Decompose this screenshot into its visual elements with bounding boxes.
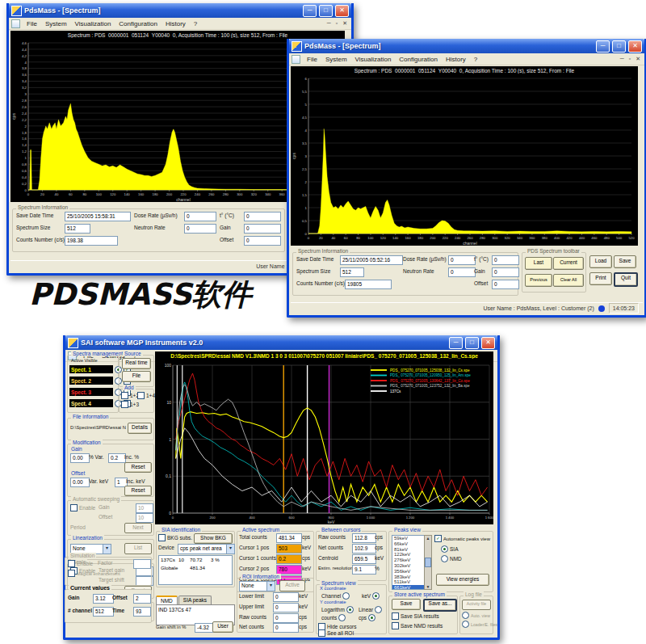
size-field[interactable]: 512: [340, 267, 364, 277]
bkg-subs-checkbox[interactable]: [158, 534, 166, 541]
w2-menu-4[interactable]: History: [442, 56, 470, 63]
mdi-window-buttons[interactable]: ─ ▫ ✕: [620, 56, 642, 62]
spectrum-chart-2[interactable]: 00,511,522,533,544,555,56020406080100120…: [291, 75, 638, 246]
scroll-thumb[interactable]: [425, 558, 431, 567]
add-1-4-checkbox[interactable]: [137, 392, 145, 399]
maximize-button[interactable]: □: [612, 40, 626, 53]
w2-menu-2[interactable]: Visualization: [351, 56, 396, 63]
save-button[interactable]: Save: [614, 255, 636, 268]
roi-select[interactable]: None: [239, 581, 275, 591]
close-button[interactable]: ✕: [481, 337, 495, 349]
nmd-radio[interactable]: [441, 555, 448, 562]
save-as-button[interactable]: Save as...: [423, 599, 457, 612]
clear-all-button[interactable]: Clear All: [553, 274, 584, 287]
add-1-2-checkbox[interactable]: [121, 392, 128, 399]
previous-button[interactable]: Previous: [525, 274, 552, 287]
peak-item-6[interactable]: 356keV: [392, 569, 425, 575]
save-nmd-checkbox[interactable]: [392, 622, 399, 629]
see-all-roi-checkbox[interactable]: [318, 629, 325, 637]
maximize-button[interactable]: □: [465, 337, 479, 349]
offset-spinner[interactable]: 0.00: [70, 478, 90, 487]
lower-limit-field[interactable]: 0: [273, 592, 299, 602]
w2-menu-1[interactable]: System: [321, 56, 351, 63]
peaks-listbox[interactable]: 59keV66keV81keV122keV276keV302keV356keV3…: [392, 535, 426, 590]
peak-item-5[interactable]: 302keV: [392, 563, 425, 569]
counts-field[interactable]: 19805: [345, 280, 392, 289]
w2-menu-3[interactable]: Configuration: [395, 56, 442, 63]
peak-item-2[interactable]: 81keV: [392, 547, 425, 553]
w1-menu-4[interactable]: History: [162, 20, 190, 27]
peaks-scrollbar[interactable]: ▲▼: [424, 535, 432, 590]
offset-field[interactable]: 0: [492, 280, 519, 289]
save-spectrum-button[interactable]: Save: [392, 599, 421, 610]
view-energies-button[interactable]: View energies: [436, 574, 489, 586]
gain-field[interactable]: 0: [492, 267, 519, 277]
sia-radio[interactable]: [441, 545, 448, 553]
offset-reset-button[interactable]: Reset: [124, 486, 152, 496]
current-button[interactable]: Current: [553, 257, 584, 270]
linear-radio[interactable]: [375, 606, 382, 613]
save-sia-checkbox[interactable]: [392, 612, 399, 620]
gain-spinner[interactable]: 0.00: [70, 453, 90, 463]
last-button[interactable]: Last: [525, 257, 552, 270]
titlebar[interactable]: SAI software MGP Instruments v2.0 ─ □ ✕: [65, 335, 497, 350]
kev-radio[interactable]: [372, 592, 380, 600]
simulation-enable-checkbox[interactable]: [68, 560, 75, 567]
peak-item-0[interactable]: 59keV: [392, 536, 425, 541]
minimize-button[interactable]: ─: [596, 40, 610, 53]
sweeping-enable-checkbox[interactable]: [70, 504, 78, 511]
w1-menu-1[interactable]: System: [41, 20, 71, 27]
peak-item-4[interactable]: 276keV: [392, 558, 425, 563]
show-bkg-button[interactable]: Show BKG: [194, 533, 233, 544]
w2-menu-0[interactable]: File: [303, 56, 321, 63]
neutron-field[interactable]: 0: [448, 267, 476, 277]
counts-field[interactable]: 198.38: [65, 236, 118, 246]
add-1-3-checkbox[interactable]: [121, 401, 128, 408]
scroll-up-icon[interactable]: ▲: [426, 536, 430, 541]
user-button[interactable]: User: [212, 621, 233, 633]
close-button[interactable]: ✕: [335, 5, 349, 17]
sia-results-list[interactable]: 137Cs1070.723 % Globale481.34: [158, 555, 233, 585]
w1-menu-3[interactable]: Configuration: [115, 20, 162, 27]
mdi-window-buttons[interactable]: ─ ▫ ✕: [327, 20, 349, 27]
gain-reset-button[interactable]: Reset: [124, 462, 152, 473]
real-time-button[interactable]: Real time: [122, 358, 151, 369]
titlebar[interactable]: PdsMass - [Spectrum] ─ □ ✕: [289, 39, 644, 53]
titlebar[interactable]: PdsMass - [Spectrum] ─ □ ✕: [9, 3, 351, 18]
minimize-button[interactable]: ─: [449, 337, 463, 349]
neutron-field[interactable]: 0: [184, 224, 216, 234]
w1-menu-0[interactable]: File: [23, 20, 41, 27]
w1-menu-5[interactable]: ?: [190, 20, 201, 27]
logarithm-radio[interactable]: [346, 606, 354, 613]
sai-overlay-chart[interactable]: 00,111010002004006008001 0001 2001 4001 …: [155, 360, 493, 524]
peak-item-9[interactable]: 661keV: [392, 585, 425, 590]
close-button[interactable]: ✕: [628, 40, 642, 53]
peak-item-3[interactable]: 122keV: [392, 552, 425, 558]
gain-inc-field[interactable]: 0.2: [108, 453, 126, 463]
sia-row-137cs[interactable]: 137Cs1070.723 %: [159, 556, 232, 564]
tab-sia-peaks[interactable]: SIA peaks: [178, 596, 212, 604]
dose-field[interactable]: 0: [448, 255, 476, 265]
scroll-down-icon[interactable]: ▼: [426, 584, 430, 589]
minimize-button[interactable]: ─: [303, 5, 317, 17]
load-button[interactable]: Load: [589, 255, 612, 268]
quit-button[interactable]: Quit: [614, 272, 638, 287]
print-button[interactable]: Print: [589, 272, 612, 285]
offset-field[interactable]: 0: [244, 236, 281, 246]
counts-radio[interactable]: [338, 614, 346, 621]
cps-radio[interactable]: [368, 614, 375, 621]
device-select[interactable]: cps peak net area: [178, 544, 235, 554]
temp-field[interactable]: 0: [244, 212, 281, 221]
upper-limit-field[interactable]: 0: [273, 603, 299, 612]
peak-item-7[interactable]: 383keV: [392, 575, 425, 580]
auto-peaks-checkbox[interactable]: ✓: [434, 535, 442, 542]
temp-field[interactable]: 0: [492, 255, 519, 265]
save-date-field[interactable]: 25/11/2005 05:52:16: [340, 255, 403, 265]
file-button[interactable]: File: [122, 371, 151, 382]
peak-item-8[interactable]: 511keV: [392, 579, 425, 585]
sia-row-globale[interactable]: Globale481.34: [159, 564, 232, 572]
peak-item-1[interactable]: 66keV: [392, 541, 425, 547]
save-date-field[interactable]: 25/10/2005 15:58:31: [65, 212, 131, 221]
details-button[interactable]: Details: [128, 423, 152, 434]
size-field[interactable]: 512: [65, 224, 90, 234]
